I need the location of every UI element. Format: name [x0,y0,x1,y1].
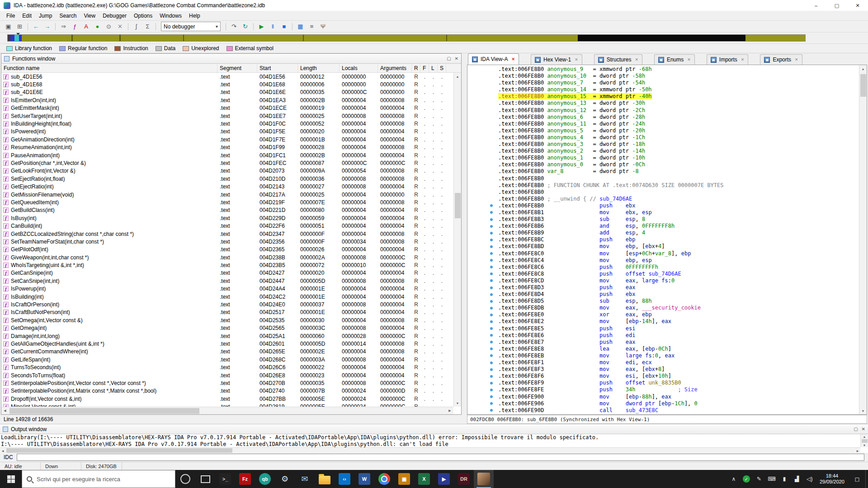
disasm-line[interactable]: .text:006FE8E6 push edi [467,332,859,339]
names-window-icon[interactable]: ƒ [70,22,80,31]
disasm-line[interactable]: .text:006FE8B1 mov ebx, esp [467,209,859,216]
column-header-length[interactable]: Length [298,64,340,72]
disasm-line[interactable]: .text:006FE8B0 anonymous_10 = dword ptr … [467,73,859,80]
pen-icon[interactable]: ✎ [754,470,764,488]
disasm-line[interactable]: .text:006FE8B0 anonymous_14 = xmmword pt… [467,86,859,93]
column-header-l[interactable]: L [429,64,438,72]
menu-view[interactable]: View [80,11,99,20]
forward-icon[interactable]: → [42,22,52,31]
battery-icon[interactable]: ▮ [779,470,790,488]
quickbooks-icon[interactable]: qb [255,470,275,488]
column-header-f[interactable]: F [420,64,429,72]
scroll-down-icon[interactable]: ▼ [859,407,867,414]
media-player-icon[interactable]: ▶ [434,470,454,488]
disasm-line[interactable]: .text:006FE8C6 push 0FFFFFFFFh [467,264,859,271]
tab-exports[interactable]: ▣Exports✕ [760,54,802,65]
disasm-line[interactable]: .text:006FE8B0 var_8 = dword ptr -8 [467,168,859,175]
settings-gear-icon[interactable]: ⚙ [275,470,295,488]
taskbar-search[interactable] [22,470,175,488]
back-icon[interactable]: ← [31,22,41,31]
disasm-line[interactable]: .text:006FE8D5 sub esp, 88h [467,298,859,305]
table-row[interactable]: fIsEmitterOn(int,int).text004D1EA3000000… [1,96,453,104]
marker-icon[interactable]: ● [92,22,103,31]
table-row[interactable]: fGiveWeapon(int,int,char const *).text00… [1,253,453,261]
scrollbar-thumb[interactable] [9,408,199,414]
photo-thumbnail-icon[interactable] [474,470,494,488]
table-row[interactable]: fSetInterpolablePosition(int,Vector cons… [1,379,453,387]
desktops-icon[interactable]: ⊞ [14,22,25,31]
disasm-line[interactable]: .text:006FE8C4 mov ebp, esp [467,257,859,264]
graph-view-icon[interactable]: ▦ [295,22,306,31]
functions-vertical-scrollbar[interactable]: ▲ ▼ [453,73,461,407]
save-database-icon[interactable]: ▣ [3,22,14,31]
table-row[interactable]: fSetOmega(int,Vector const &).text004D25… [1,316,453,324]
table-row[interactable]: fPauseAnimation(int).text004D1FC10000002… [1,151,453,159]
disassembly-view[interactable]: .text:006FE8B0 anonymous_9 = xmmword ptr… [467,65,867,415]
disasm-line[interactable]: .text:006FE8B0 anonymous_5 = dword ptr -… [467,127,859,134]
disasm-line[interactable]: .text:006FE8B0 anonymous_12 = dword ptr … [467,107,859,114]
output-window-titlebar[interactable]: Output window ▢ ✕ [0,424,868,434]
disasm-line[interactable]: .text:006FE8E8 lea eax, [ebp-0Ch] [467,346,859,352]
disasm-line[interactable]: .text:006FE8CD mov eax, large fs:0 [467,277,859,284]
disasm-line[interactable]: .text:006FE8B0 anonymous_0 = dword ptr -… [467,161,859,168]
tray-expand-icon[interactable]: ∧ [728,470,739,488]
tab-hex-view-1[interactable]: ▣Hex View-1✕ [531,54,582,65]
disasm-line[interactable]: .text:006FE8E0 xor eax, ebp [467,311,859,318]
structures-icon[interactable]: Σ [142,22,153,31]
table-row[interactable]: fGetQueuedItem(int).text004D219F0000007E… [1,198,453,206]
scrollbar-thumb[interactable] [862,439,868,443]
jump-address-icon[interactable]: ⇒ [58,22,69,31]
scroll-up-icon[interactable]: ▲ [454,73,461,80]
disasm-line[interactable]: .text:006FE8B0 ; FUNCTION CHUNK AT .text… [467,182,859,189]
disasm-line[interactable]: .text:006FE8C0 mov [esp+0Ch+var_8], ebp [467,250,859,257]
action-center-icon[interactable]: ◻ [849,470,865,488]
network-icon[interactable]: ▟ [792,470,802,488]
scroll-left-icon[interactable]: ◀ [1,407,9,414]
disasm-line[interactable]: .text:006FE8D3 push eax [467,284,859,291]
tab-ida-view-a[interactable]: ▣IDA View-A✕ [468,53,519,65]
vscode-icon[interactable]: ‹› [335,470,354,488]
disasm-line[interactable]: .text:006FE8BD mov ebp, [ebx+4] [467,243,859,250]
disasm-line[interactable]: .text:006FE8C8 push offset sub_74D6AE [467,271,859,277]
disasm-line[interactable]: .text:006FE8B0 anonymous_15 = xmmword pt… [467,93,859,100]
table-row[interactable]: fGetAllGameObjectHandles(uint &,int *).t… [1,340,453,347]
table-row[interactable]: fResumeAnimation(int,int).text004D1F9900… [1,144,453,151]
disasm-line[interactable]: .text:006FE8EB mov large fs:0, eax [467,352,859,359]
text-view-icon[interactable]: ≡ [307,22,317,31]
tab-close-icon[interactable]: ✕ [687,57,691,62]
disasm-line[interactable]: .text:006FE8B0 anonymous_1 = dword ptr -… [467,155,859,161]
start-process-icon[interactable]: ▶ [256,22,267,31]
scrollbar-thumb[interactable] [455,193,461,218]
disasm-line[interactable]: .text:006FE8B0 anonymous_6 = dword ptr -… [467,114,859,121]
disassembly-listing[interactable]: .text:006FE8B0 anonymous_9 = xmmword ptr… [467,66,859,414]
table-row[interactable]: fIsPowered(int).text004D1F5E000000200000… [1,128,453,136]
disasm-line[interactable]: .text:006FE8B0 anonymous_4 = dword ptr -… [467,134,859,141]
disassembly-vertical-scrollbar[interactable]: ▲ ▼ [859,65,867,414]
close-window-icon[interactable]: ✕ [455,56,458,61]
column-header-arguments[interactable]: Arguments [378,64,412,72]
menu-windows[interactable]: Windows [156,11,185,20]
disasm-line[interactable]: .text:006FE8B0 anonymous_11 = dword ptr … [467,121,859,127]
disasm-line[interactable]: .text:006FE8E7 push eax [467,339,859,346]
tab-close-icon[interactable]: ✕ [635,57,638,62]
cancel-search-icon[interactable]: ✕ [115,22,125,31]
table-row[interactable]: fGetPilotOdf(int).text004D23650000002600… [1,246,453,253]
dr-icon[interactable]: DR [454,470,474,488]
menu-jump[interactable]: Jump [35,11,56,20]
table-row[interactable]: fGetCanSnipe(int).text004D24270000002000… [1,269,453,277]
navband-track[interactable] [7,34,806,42]
minimize-button[interactable]: – [806,0,826,11]
table-row[interactable]: fsub_4D1E68.text004D1E680000000600000000… [1,80,453,88]
table-row[interactable]: fGetPosition(char *,int,Vector &).text00… [1,159,453,167]
table-row[interactable]: fIsCraftOrPerson(int).text004D24E0000000… [1,300,453,308]
float-window-icon[interactable]: ▢ [854,427,858,432]
tab-imports[interactable]: ▣Imports✕ [707,54,749,65]
menu-file[interactable]: File [3,11,19,20]
scroll-up-icon[interactable]: ▲ [861,434,868,439]
scroll-down-icon[interactable]: ▼ [861,443,868,447]
table-row[interactable]: fIsCraftButNotPerson(int).text004D251700… [1,309,453,316]
table-row[interactable]: fWhoIsTargeting(uint &,int *,int).text00… [1,261,453,269]
column-header-segment[interactable]: Segment [217,64,257,72]
tracing-icon[interactable]: ↷ [229,22,239,31]
output-log[interactable]: LoadLibrary(I:\---- UTILITY\Disassemblat… [1,434,860,447]
